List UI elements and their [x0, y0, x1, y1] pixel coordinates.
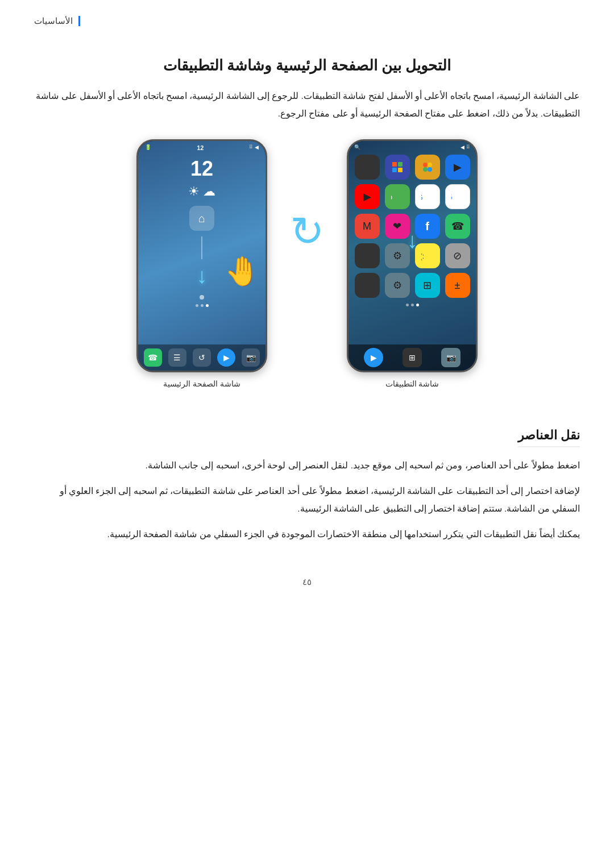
main-heading: التحويل بين الصفحة الرئيسية وشاشة التطبي…	[34, 57, 580, 74]
svg-rect-4	[392, 162, 397, 167]
svg-text:G: G	[451, 192, 453, 202]
app-icon	[355, 273, 380, 298]
home-bottom-icon: ☰	[168, 348, 186, 367]
svg-rect-6	[392, 168, 397, 172]
app-icon	[355, 243, 380, 268]
hand-cursor-icon: 🤚	[225, 255, 260, 288]
app-icon: ❤	[385, 214, 410, 239]
app-icon: ▶	[355, 184, 380, 209]
svg-text:map: map	[391, 193, 392, 201]
app-icon: map	[385, 184, 410, 209]
home-small-dot	[138, 293, 265, 302]
section1-text3: يمكنك أيضاً نقل التطبيقات التي يتكرر است…	[34, 525, 580, 543]
home-status-left: ◀ ⠿	[249, 144, 259, 151]
app-icon: ☎	[445, 214, 470, 239]
page-container: الأساسيات التحويل بين الصفحة الرئيسية وش…	[0, 0, 614, 868]
home-dots-indicator	[138, 302, 265, 309]
app-icon: ±	[445, 273, 470, 298]
app-icon: ⚙	[385, 273, 410, 298]
app-icon	[415, 155, 440, 180]
svg-rect-7	[398, 168, 403, 172]
app-icon: G	[445, 184, 470, 209]
home-phone-frame: ◀ ⠿ 12 🔋 12 ☁ ☀	[136, 139, 267, 372]
top-label: الأساسيات	[34, 16, 80, 26]
svg-point-2	[423, 167, 428, 172]
svg-point-1	[428, 163, 432, 167]
home-time-big: 12	[138, 157, 265, 181]
app-icon: ▶	[445, 155, 470, 180]
intro-text: على الشاشة الرئيسية، امسح باتجاه الأعلى …	[34, 87, 580, 122]
svg-rect-5	[398, 162, 403, 167]
section-move-elements: نقل العناصر اضغط مطولاً على أحد العناصر،…	[34, 405, 580, 543]
between-arrow: ↻	[290, 207, 324, 255]
svg-text::): :)	[421, 252, 424, 260]
apps-search-icon: 🔍	[354, 144, 360, 150]
bottom-icon: ▶	[364, 348, 383, 367]
section1-text2: لإضافة اختصار إلى أحد التطبيقات على الشا…	[34, 482, 580, 517]
home-clock: 12	[138, 152, 265, 182]
home-row-1: ⌂	[146, 206, 258, 231]
app-icon: ⊘	[445, 243, 470, 268]
apps-screen: ⠿ ◀ 🔍 ▶	[349, 141, 476, 371]
svg-point-3	[428, 167, 432, 172]
home-status-right: 🔋	[145, 144, 151, 151]
home-bottom-icon: ↺	[193, 348, 211, 367]
home-screen-inner: ◀ ⠿ 12 🔋 12 ☁ ☀	[138, 141, 265, 371]
apps-status-icons: ⠿ ◀	[460, 144, 470, 150]
home-status-bar: ◀ ⠿ 12 🔋	[138, 141, 265, 152]
home-bottom-icon: ▶	[217, 348, 235, 367]
apps-grid: ▶ G	[349, 151, 476, 301]
app-icon: :)	[415, 243, 440, 268]
page-number: ٤٥	[34, 577, 580, 587]
images-section: ⠿ ◀ 🔍 ▶	[34, 139, 580, 388]
apps-status-bar: ⠿ ◀ 🔍	[349, 141, 476, 151]
app-icon: ⚙	[385, 243, 410, 268]
dots-indicator	[349, 301, 476, 309]
bottom-icon: ⊞	[403, 348, 422, 367]
home-bottom-icon: 📷	[242, 348, 260, 367]
app-icon: ⊞	[415, 273, 440, 298]
home-weather-icons: ☁ ☀	[138, 182, 265, 201]
home-screen: ◀ ⠿ 12 🔋 12 ☁ ☀	[138, 141, 265, 371]
home-bottom-icon: ☎	[144, 348, 162, 367]
section1-text1: اضغط مطولاً على أحد العناصر، ومن ثم اسحب…	[34, 456, 580, 474]
home-screen-block: ◀ ⠿ 12 🔋 12 ☁ ☀	[136, 139, 267, 388]
app-icon: G	[415, 184, 440, 209]
home-app-icon: ⌂	[189, 206, 214, 231]
caption-apps: شاشة التطبيقات	[385, 372, 439, 388]
home-bottom-bar: 📷 ▶ ↺ ☰ ☎	[138, 344, 265, 371]
apps-bottom-bar: 📷 ⊞ ▶	[349, 344, 476, 371]
apps-screen-block: ⠿ ◀ 🔍 ▶	[347, 139, 478, 388]
section1-heading: نقل العناصر	[518, 428, 580, 447]
apps-phone-frame: ⠿ ◀ 🔍 ▶	[347, 139, 478, 372]
app-icon: M	[355, 214, 380, 239]
svg-point-0	[423, 163, 428, 167]
bottom-icon: 📷	[441, 348, 460, 367]
swipe-down-arrow: ↓	[407, 229, 418, 253]
app-icon	[385, 155, 410, 180]
app-icon	[355, 155, 380, 180]
apps-screen-caption: شاشة التطبيقات	[385, 379, 439, 388]
svg-text:G: G	[421, 193, 423, 202]
apps-screen-inner: ⠿ ◀ 🔍 ▶	[349, 141, 476, 371]
swipe-arrow-down-overlay: ↓	[407, 229, 418, 253]
home-time-display: 12	[197, 144, 204, 151]
app-icon: f	[415, 214, 440, 239]
home-screen-caption: شاشة الصفحة الرئيسية	[163, 379, 240, 388]
